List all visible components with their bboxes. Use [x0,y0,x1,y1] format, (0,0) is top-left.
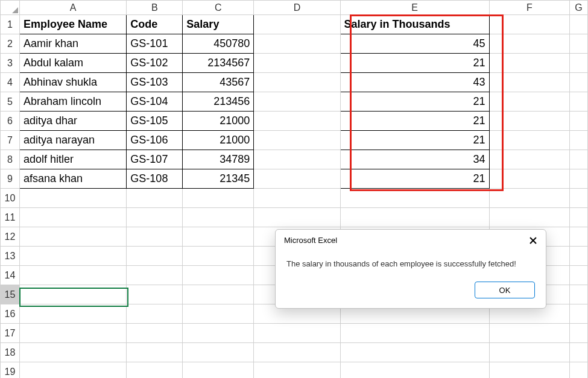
cell-G15[interactable] [570,285,588,304]
cell-E11[interactable] [340,208,489,227]
row-header-15[interactable]: 15 [1,285,20,304]
cell-C14[interactable] [183,266,254,285]
column-header-D[interactable]: D [254,1,340,15]
cell-D2[interactable] [254,34,340,54]
cell-D3[interactable] [254,54,340,73]
cell-C4[interactable]: 43567 [183,73,254,92]
cell-B15[interactable] [127,285,183,304]
cell-F10[interactable] [489,189,570,208]
cell-A14[interactable] [19,266,126,285]
column-header-A[interactable]: A [19,1,126,15]
cell-A5[interactable]: Abraham lincoln [19,92,126,112]
cell-C19[interactable] [183,362,254,379]
cell-D1[interactable] [254,15,340,34]
cell-E2[interactable]: 45 [340,34,489,54]
cell-C10[interactable] [183,189,254,208]
cell-G17[interactable] [570,324,588,343]
cell-A13[interactable] [19,247,126,266]
cell-D9[interactable] [254,169,340,189]
cell-C3[interactable]: 2134567 [183,54,254,73]
row-header-10[interactable]: 10 [1,189,20,208]
row-header-13[interactable]: 13 [1,247,20,266]
cell-F19[interactable] [489,362,570,379]
cell-B14[interactable] [127,266,183,285]
cell-G13[interactable] [570,247,588,266]
cell-C6[interactable]: 21000 [183,112,254,131]
cell-B17[interactable] [127,324,183,343]
row-header-16[interactable]: 16 [1,304,20,324]
row-header-1[interactable]: 1 [1,15,20,34]
cell-B16[interactable] [127,304,183,324]
cell-G8[interactable] [570,150,588,169]
cell-A2[interactable]: Aamir khan [19,34,126,54]
cell-A10[interactable] [19,189,126,208]
cell-B6[interactable]: GS-105 [127,112,183,131]
cell-B1[interactable]: Code [127,15,183,34]
cell-A9[interactable]: afsana khan [19,169,126,189]
cell-G5[interactable] [570,92,588,112]
ok-button[interactable]: OK [475,282,535,298]
column-header-C[interactable]: C [183,1,254,15]
cell-B2[interactable]: GS-101 [127,34,183,54]
cell-G12[interactable] [570,227,588,247]
cell-D5[interactable] [254,92,340,112]
cell-G6[interactable] [570,112,588,131]
cell-E7[interactable]: 21 [340,131,489,150]
row-header-19[interactable]: 19 [1,362,20,379]
cell-D11[interactable] [254,208,340,227]
cell-A1[interactable]: Employee Name [19,15,126,34]
row-header-7[interactable]: 7 [1,131,20,150]
cell-D10[interactable] [254,189,340,208]
cell-C15[interactable] [183,285,254,304]
cell-A16[interactable] [19,304,126,324]
cell-G7[interactable] [570,131,588,150]
cell-G19[interactable] [570,362,588,379]
row-header-4[interactable]: 4 [1,73,20,92]
cell-D6[interactable] [254,112,340,131]
cell-F11[interactable] [489,208,570,227]
select-all-corner[interactable] [1,1,20,15]
cell-C16[interactable] [183,304,254,324]
cell-D4[interactable] [254,73,340,92]
cell-A12[interactable] [19,227,126,247]
cell-E8[interactable]: 34 [340,150,489,169]
cell-D8[interactable] [254,150,340,169]
cell-E6[interactable]: 21 [340,112,489,131]
cell-A15[interactable] [19,285,126,304]
cell-B18[interactable] [127,343,183,362]
column-header-F[interactable]: F [489,1,570,15]
cell-F7[interactable] [489,131,570,150]
cell-C9[interactable]: 21345 [183,169,254,189]
cell-B5[interactable]: GS-104 [127,92,183,112]
cell-B8[interactable]: GS-107 [127,150,183,169]
cell-C12[interactable] [183,227,254,247]
cell-F5[interactable] [489,92,570,112]
cell-C8[interactable]: 34789 [183,150,254,169]
cell-E17[interactable] [340,324,489,343]
cell-A8[interactable]: adolf hitler [19,150,126,169]
column-header-G[interactable]: G [570,1,588,15]
cell-C1[interactable]: Salary [183,15,254,34]
row-header-9[interactable]: 9 [1,169,20,189]
cell-B11[interactable] [127,208,183,227]
row-header-2[interactable]: 2 [1,34,20,54]
cell-B10[interactable] [127,189,183,208]
cell-D19[interactable] [254,362,340,379]
cell-C2[interactable]: 450780 [183,34,254,54]
cell-B3[interactable]: GS-102 [127,54,183,73]
cell-E18[interactable] [340,343,489,362]
cell-F8[interactable] [489,150,570,169]
cell-F1[interactable] [489,15,570,34]
cell-B13[interactable] [127,247,183,266]
cell-F2[interactable] [489,34,570,54]
cell-F6[interactable] [489,112,570,131]
cell-C13[interactable] [183,247,254,266]
cell-E3[interactable]: 21 [340,54,489,73]
cell-A11[interactable] [19,208,126,227]
cell-C11[interactable] [183,208,254,227]
cell-G18[interactable] [570,343,588,362]
cell-D18[interactable] [254,343,340,362]
cell-F4[interactable] [489,73,570,92]
cell-F17[interactable] [489,324,570,343]
column-header-E[interactable]: E [340,1,489,15]
